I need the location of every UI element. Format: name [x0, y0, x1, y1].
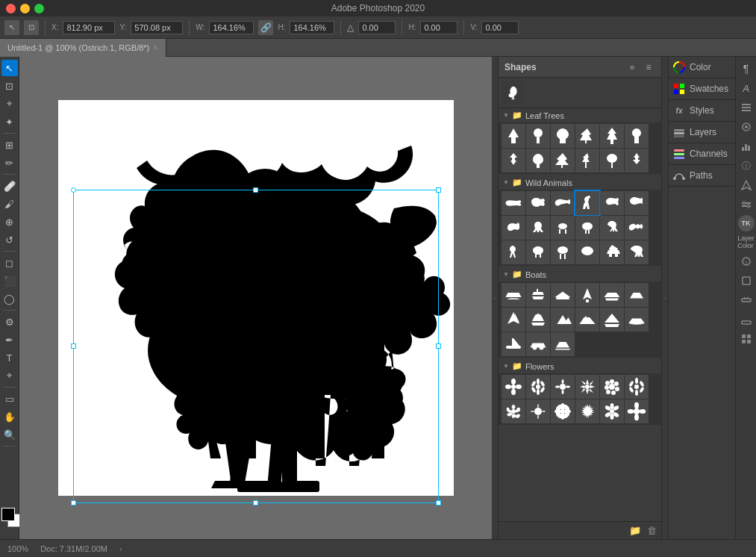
3d-icon[interactable] [737, 272, 755, 290]
shape-item[interactable] [526, 283, 550, 307]
properties-icon[interactable] [737, 99, 755, 116]
timeline-icon[interactable] [737, 196, 755, 214]
color-section[interactable]: Color [669, 57, 735, 78]
left-collapse-handle[interactable]: › [492, 57, 498, 539]
shape-item[interactable] [600, 308, 624, 332]
move-tool[interactable]: ↖ [1, 60, 18, 76]
shape-item[interactable] [600, 124, 624, 148]
shape-item[interactable] [502, 216, 525, 240]
h-field[interactable] [290, 21, 334, 34]
lasso-tool[interactable]: ⌖ [1, 96, 18, 112]
color-picker[interactable] [0, 506, 19, 536]
delete-shape-icon[interactable]: 🗑 [647, 525, 657, 536]
shape-item[interactable] [625, 149, 649, 172]
shape-item[interactable] [526, 124, 550, 148]
selection-tool[interactable]: ⊡ [1, 78, 18, 94]
brush-tool[interactable]: 🖌 [1, 196, 18, 212]
shape-item[interactable] [625, 216, 649, 240]
shape-item[interactable] [600, 149, 624, 172]
grids-icon[interactable] [737, 311, 755, 329]
navigator-icon[interactable] [737, 176, 755, 194]
handle-bottom-left[interactable] [71, 500, 76, 505]
shape-item[interactable] [551, 399, 575, 423]
shape-item[interactable] [502, 191, 525, 215]
adjustments-icon[interactable] [737, 118, 755, 136]
shape-item[interactable] [526, 308, 550, 332]
boats-header[interactable]: ▼ 📁 Boats [499, 267, 661, 281]
shape-item[interactable] [625, 399, 649, 423]
handle-bottom-right[interactable] [436, 500, 441, 505]
shape-item[interactable] [502, 283, 525, 307]
shape-item[interactable] [502, 240, 525, 264]
shape-item[interactable] [551, 149, 575, 172]
shape-item[interactable] [526, 216, 550, 240]
magic-wand-tool[interactable]: ✦ [1, 113, 18, 130]
link-icon[interactable]: 🔗 [258, 20, 273, 35]
wild-animals-header[interactable]: ▼ 📁 Wild Animals [499, 175, 661, 190]
styles-section[interactable]: fx Styles [669, 100, 735, 122]
shape-item[interactable] [502, 308, 525, 332]
document-tab[interactable]: Untitled-1 @ 100% (Ostrich 1, RGB/8*) ✕ [0, 39, 166, 57]
maximize-button[interactable] [34, 4, 44, 13]
shape-item[interactable] [600, 191, 624, 215]
shape-item[interactable] [625, 191, 649, 215]
gradient-tool[interactable]: ⬛ [1, 273, 18, 289]
tools-icon[interactable] [737, 330, 755, 348]
tk-icon[interactable]: TK [738, 215, 755, 231]
char-icon[interactable]: A [737, 79, 755, 97]
shape-item[interactable] [600, 216, 624, 240]
shape-item[interactable] [526, 399, 550, 423]
history-brush-tool[interactable]: ↺ [1, 231, 18, 248]
paragraph-icon[interactable]: ¶ [737, 60, 755, 78]
y-field[interactable] [131, 21, 183, 34]
shapes-menu-icon[interactable]: ≡ [642, 60, 655, 74]
blur-tool[interactable]: ◯ [1, 290, 18, 307]
shape-item[interactable] [526, 191, 550, 215]
channels-section[interactable]: Channels [669, 143, 735, 165]
shape-item[interactable] [551, 124, 575, 148]
shape-item[interactable] [575, 216, 599, 240]
measurement-icon[interactable] [737, 291, 755, 309]
flowers-header[interactable]: ▼ 📁 Flowers [499, 359, 661, 373]
shape-item[interactable] [575, 149, 599, 172]
eyedropper-tool[interactable]: ✏ [1, 155, 18, 171]
shape-item[interactable] [575, 399, 599, 423]
shape-item[interactable] [600, 240, 624, 264]
shape-item[interactable] [600, 399, 624, 423]
shape-item[interactable] [575, 375, 599, 399]
spot-heal-tool[interactable]: 🩹 [1, 178, 18, 194]
shape-item[interactable] [526, 332, 550, 356]
foreground-color[interactable] [1, 508, 15, 521]
shape-item-ostrich[interactable] [575, 191, 599, 215]
shape-item[interactable] [502, 124, 525, 148]
paths-section[interactable]: Paths [669, 165, 735, 187]
shape-item[interactable] [551, 332, 575, 356]
shape-item[interactable] [526, 240, 550, 264]
shape-item[interactable] [600, 375, 624, 399]
new-group-icon[interactable]: 📁 [629, 525, 641, 536]
h2-field[interactable] [420, 21, 457, 34]
dodge-tool[interactable]: ⚙ [1, 314, 18, 330]
notes-icon[interactable]: i [737, 252, 755, 270]
shape-item[interactable] [551, 308, 575, 332]
v-field[interactable] [481, 21, 519, 34]
shape-item[interactable] [575, 283, 599, 307]
zoom-tool[interactable]: 🔍 [1, 426, 18, 443]
shape-item[interactable] [575, 124, 599, 148]
shape-item[interactable] [625, 240, 649, 264]
shape-item[interactable] [625, 124, 649, 148]
angle-field[interactable] [358, 21, 396, 34]
shape-item[interactable] [625, 375, 649, 399]
eraser-tool[interactable]: ◻ [1, 255, 18, 271]
shape-item[interactable] [502, 399, 525, 423]
handle-bottom-center[interactable] [253, 500, 258, 505]
shape-item[interactable] [526, 375, 550, 399]
shape-item[interactable] [551, 375, 575, 399]
expand-all-icon[interactable]: » [625, 60, 639, 74]
right-collapse-handle[interactable]: ‹ [662, 57, 668, 539]
shape-item[interactable] [551, 216, 575, 240]
shape-item[interactable] [575, 240, 599, 264]
crop-tool[interactable]: ⊞ [1, 137, 18, 153]
hand-tool[interactable]: ✋ [1, 408, 18, 425]
shape-item[interactable] [625, 308, 649, 332]
